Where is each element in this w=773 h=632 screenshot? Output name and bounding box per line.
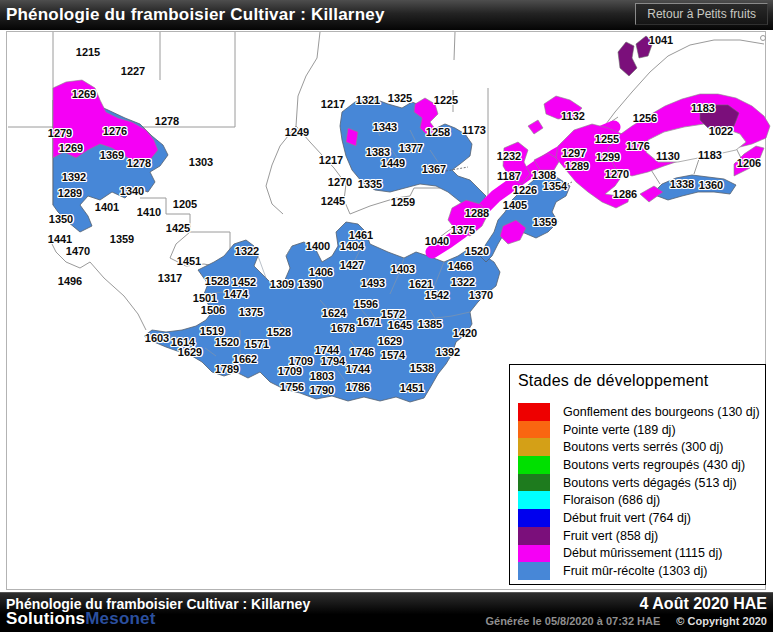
legend-item: Fruit vert (858 dj) (518, 527, 761, 545)
page-title: Phénologie du framboisier Cultivar : Kil… (0, 5, 385, 25)
phenology-app: Phénologie du framboisier Cultivar : Kil… (0, 0, 773, 632)
legend-title: Stades de développement (510, 365, 765, 390)
legend-swatch (518, 438, 550, 456)
legend-item: Boutons verts serrés (300 dj) (518, 438, 761, 456)
legend-box: Stades de développement Gonflement des b… (509, 364, 766, 585)
legend-label: Pointe verte (189 dj) (563, 423, 676, 437)
legend-swatch (518, 403, 550, 421)
legend-item: Floraison (686 dj) (518, 491, 761, 509)
legend-swatch (518, 545, 550, 563)
legend-swatch (518, 509, 550, 527)
solutions-mesonet-logo: SolutionsMesonet (6, 609, 156, 629)
legend-item: Gonflement des bourgeons (130 dj) (518, 403, 761, 421)
legend-item: Début fruit vert (764 dj) (518, 509, 761, 527)
generated-info: Générée le 05/8/2020 à 07:32 HAE© Copyri… (485, 615, 767, 627)
legend-item: Pointe verte (189 dj) (518, 421, 761, 439)
phenology-map: 1215122712691279126912761278136912781303… (0, 30, 773, 592)
legend-item: Boutons verts regroupés (430 dj) (518, 456, 761, 474)
back-to-petits-fruits-button[interactable]: Retour à Petits fruits (635, 3, 768, 25)
legend-item: Début mûrissement (1115 dj) (518, 545, 761, 563)
legend-swatch (518, 562, 550, 580)
legend-swatch (518, 474, 550, 492)
legend-rows: Gonflement des bourgeons (130 dj)Pointe … (518, 403, 761, 580)
brand-mesonet: Mesonet (85, 609, 155, 628)
footer-bar: Phénologie du framboisier Cultivar : Kil… (0, 592, 773, 632)
legend-label: Floraison (686 dj) (563, 493, 660, 507)
legend-label: Début fruit vert (764 dj) (563, 511, 691, 525)
legend-swatch (518, 421, 550, 439)
legend-swatch (518, 491, 550, 509)
generated-timestamp: Générée le 05/8/2020 à 07:32 HAE (485, 615, 660, 627)
legend-swatch (518, 527, 550, 545)
legend-item: Fruit mûr-récolte (1303 dj) (518, 562, 761, 580)
copyright: © Copyright 2020 (676, 615, 767, 627)
brand-solutions: Solutions (6, 609, 85, 628)
legend-label: Boutons verts serrés (300 dj) (563, 440, 724, 454)
map-date: 4 Août 2020 HAE (640, 595, 767, 613)
legend-item: Boutons verts dégagés (513 dj) (518, 474, 761, 492)
legend-label: Boutons verts regroupés (430 dj) (563, 458, 745, 472)
legend-label: Gonflement des bourgeons (130 dj) (563, 405, 760, 419)
legend-swatch (518, 456, 550, 474)
legend-label: Fruit mûr-récolte (1303 dj) (563, 564, 708, 578)
legend-label: Boutons verts dégagés (513 dj) (563, 476, 737, 490)
header-bar: Phénologie du framboisier Cultivar : Kil… (0, 0, 773, 30)
legend-label: Début mûrissement (1115 dj) (563, 546, 722, 560)
legend-label: Fruit vert (858 dj) (563, 529, 658, 543)
